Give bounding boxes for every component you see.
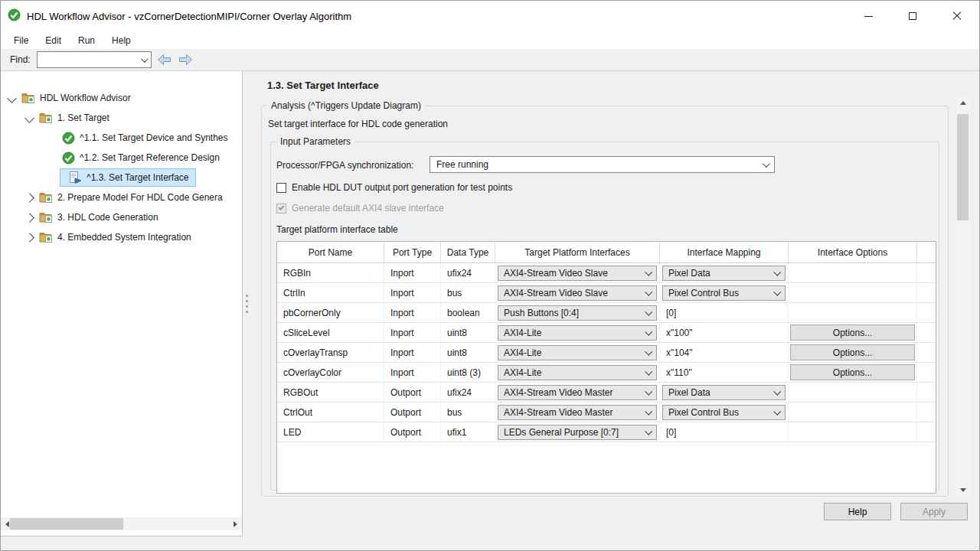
menu-edit[interactable]: Edit bbox=[37, 33, 70, 48]
interface-mapping-value[interactable]: [0] bbox=[660, 303, 789, 322]
cell-port-type: Outport bbox=[384, 422, 441, 442]
interface-mapping-value[interactable]: x"104" bbox=[660, 343, 789, 362]
dropdown-value: AXI4-Lite bbox=[504, 367, 642, 378]
interface-mapping-dropdown[interactable]: Pixel Data bbox=[662, 385, 786, 400]
tree-horizontal-scrollbar[interactable] bbox=[1, 517, 242, 530]
column-header-data-type: Data Type bbox=[441, 242, 495, 262]
find-label: Find: bbox=[10, 54, 31, 65]
tree-item-set-target-reference-design[interactable]: ^1.2. Set Target Reference Design bbox=[1, 148, 242, 168]
dropdown-value: Pixel Control Bus bbox=[668, 288, 771, 298]
close-icon bbox=[952, 11, 962, 21]
chevron-down-icon[interactable] bbox=[7, 93, 17, 103]
menu-run[interactable]: Run bbox=[70, 33, 103, 48]
interface-mapping-value[interactable]: [0] bbox=[660, 422, 789, 442]
interface-mapping-value[interactable]: x"100" bbox=[660, 323, 789, 342]
test-points-checkbox-label: Enable HDL DUT output port generation fo… bbox=[292, 182, 512, 193]
target-interface-dropdown[interactable]: AXI4-Stream Video Master bbox=[498, 385, 657, 400]
target-interface-dropdown[interactable]: AXI4-Lite bbox=[498, 345, 657, 360]
find-toolbar: Find: bbox=[1, 49, 979, 71]
find-previous-button[interactable] bbox=[155, 51, 174, 69]
target-interface-dropdown[interactable]: AXI4-Stream Video Slave bbox=[498, 266, 657, 281]
test-points-checkbox[interactable] bbox=[276, 183, 286, 193]
workflow-folder-icon bbox=[21, 92, 35, 104]
tree-item-set-target-interface-selected[interactable]: ^1.3. Set Target Interface bbox=[1, 168, 242, 187]
maximize-button[interactable] bbox=[890, 1, 935, 31]
interface-mapping-dropdown[interactable]: Pixel Control Bus bbox=[662, 285, 786, 301]
tree-item-prepare-model[interactable]: 2. Prepare Model For HDL Code Genera bbox=[1, 187, 242, 207]
window-controls bbox=[846, 1, 979, 31]
find-next-button[interactable] bbox=[177, 51, 195, 69]
dropdown-value: Pixel Data bbox=[668, 387, 771, 398]
chevron-down-icon[interactable] bbox=[24, 113, 34, 123]
apply-button[interactable]: Apply bbox=[900, 503, 968, 520]
help-button[interactable]: Help bbox=[824, 503, 891, 520]
dropdown-value: LEDs General Purpose [0:7] bbox=[504, 427, 642, 438]
cell-port-name: RGBOut bbox=[277, 383, 384, 402]
dropdown-value: AXI4-Stream Video Master bbox=[504, 387, 642, 398]
cell-data-type: bus bbox=[441, 403, 495, 422]
analysis-group-label: Analysis (^Triggers Update Diagram) bbox=[267, 100, 425, 111]
menu-file[interactable]: File bbox=[5, 33, 37, 48]
vertical-scrollbar-thumb[interactable] bbox=[957, 114, 969, 220]
axi-slave-checkbox-label: Generate default AXI4 slave interface bbox=[292, 203, 444, 214]
tree-item-hdl-code-generation[interactable]: 3. HDL Code Generation bbox=[1, 207, 242, 227]
cell-filler bbox=[917, 343, 936, 362]
menu-help[interactable]: Help bbox=[103, 33, 139, 48]
interface-mapping-value[interactable]: x"110" bbox=[660, 363, 789, 382]
interface-options-button[interactable]: Options... bbox=[790, 364, 915, 380]
cell-port-name: cOverlayTransp bbox=[277, 343, 384, 362]
minimize-button[interactable] bbox=[846, 1, 890, 31]
target-interface-dropdown[interactable]: AXI4-Stream Video Master bbox=[498, 405, 657, 420]
horizontal-scrollbar-thumb[interactable] bbox=[10, 518, 123, 530]
tree-item-set-target-device[interactable]: ^1.1. Set Target Device and Synthes bbox=[1, 128, 242, 148]
scroll-up-button[interactable] bbox=[956, 96, 969, 109]
interface-mapping-dropdown[interactable]: Pixel Data bbox=[662, 266, 786, 281]
tree-item-label: 2. Prepare Model For HDL Code Genera bbox=[57, 192, 223, 203]
chevron-down-icon bbox=[773, 289, 781, 296]
dropdown-value: AXI4-Lite bbox=[504, 347, 642, 358]
dropdown-value: Pixel Control Bus bbox=[668, 407, 771, 418]
table-row: cOverlayColor Inport uint8 (3) AXI4-Lite… bbox=[277, 363, 936, 383]
close-button[interactable] bbox=[935, 1, 979, 31]
chevron-down-icon bbox=[645, 289, 652, 296]
tree-item-embedded-system-integration[interactable]: 4. Embedded System Integration bbox=[1, 227, 242, 247]
content-vertical-scrollbar[interactable] bbox=[956, 96, 969, 497]
column-header-interface-mapping: Interface Mapping bbox=[660, 242, 789, 262]
interface-table-label: Target platform interface table bbox=[276, 224, 398, 235]
task-tree-panel: HDL Workflow Advisor 1. Set Target ^1.1.… bbox=[1, 71, 243, 536]
target-interface-dropdown[interactable]: LEDs General Purpose [0:7] bbox=[498, 425, 657, 440]
target-interface-dropdown[interactable]: Push Buttons [0:4] bbox=[498, 305, 657, 321]
triangle-down-icon bbox=[960, 488, 966, 492]
find-dropdown-button[interactable] bbox=[137, 52, 151, 67]
interface-options-button[interactable]: Options... bbox=[790, 324, 915, 341]
task-passed-icon bbox=[62, 132, 75, 145]
triangle-left-icon bbox=[5, 521, 9, 527]
cell-interface-options bbox=[789, 422, 917, 442]
target-interface-dropdown[interactable]: AXI4-Stream Video Slave bbox=[498, 285, 657, 301]
scroll-right-button[interactable] bbox=[229, 517, 242, 530]
target-interface-dropdown[interactable]: AXI4-Lite bbox=[498, 365, 657, 380]
arrow-left-icon bbox=[157, 54, 172, 66]
table-row: CtrlIn Inport bus AXI4-Stream Video Slav… bbox=[277, 283, 936, 303]
column-header-port-name: Port Name bbox=[277, 242, 384, 262]
cell-data-type: uint8 bbox=[441, 343, 495, 362]
cell-data-type: uint8 bbox=[441, 323, 495, 342]
target-interface-dropdown[interactable]: AXI4-Lite bbox=[498, 325, 657, 341]
chevron-right-icon[interactable] bbox=[24, 233, 34, 243]
panel-splitter[interactable] bbox=[246, 295, 248, 313]
chevron-down-icon bbox=[645, 368, 652, 376]
interface-mapping-dropdown[interactable]: Pixel Control Bus bbox=[662, 405, 786, 420]
target-platform-interface-table: Port Name Port Type Data Type Target Pla… bbox=[276, 241, 936, 494]
menu-bar: File Edit Run Help bbox=[1, 31, 979, 49]
interface-options-button[interactable]: Options... bbox=[790, 344, 915, 360]
chevron-right-icon[interactable] bbox=[24, 193, 34, 203]
cell-filler bbox=[917, 283, 936, 302]
chevron-right-icon[interactable] bbox=[24, 213, 34, 223]
find-input[interactable] bbox=[38, 53, 137, 67]
cell-port-name: CtrlOut bbox=[277, 403, 384, 422]
sync-dropdown[interactable]: Free running bbox=[430, 156, 775, 173]
tree-item-hdl-workflow-advisor[interactable]: HDL Workflow Advisor bbox=[1, 88, 242, 108]
scroll-down-button[interactable] bbox=[956, 484, 969, 497]
tree-item-set-target[interactable]: 1. Set Target bbox=[1, 108, 242, 128]
cell-data-type: bus bbox=[441, 283, 495, 302]
